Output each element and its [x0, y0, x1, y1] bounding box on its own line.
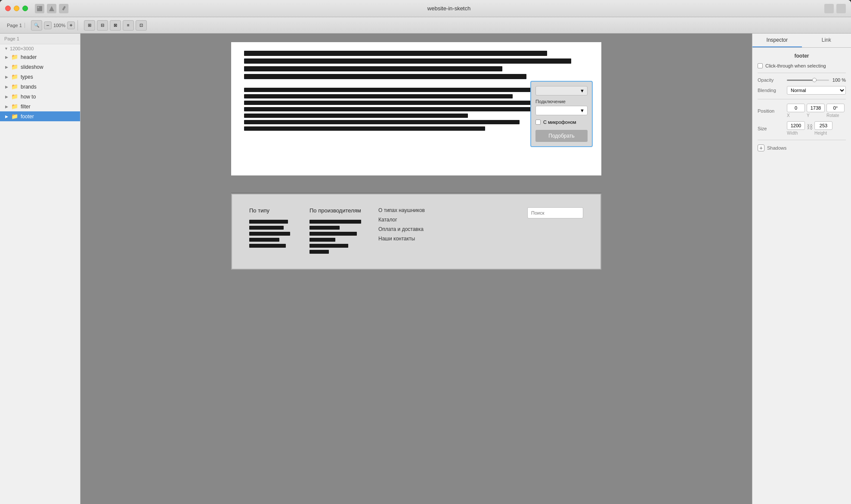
svg-rect-1	[37, 6, 39, 8]
redacted-line	[249, 226, 284, 230]
footer-link-2[interactable]: Каталог	[378, 217, 430, 223]
footer-search-input[interactable]	[527, 207, 583, 218]
add-shadow-button[interactable]: +	[758, 144, 764, 151]
window-title: website-in-sketch	[74, 5, 824, 12]
widget-top-dropdown[interactable]: ▼	[535, 86, 588, 95]
divider	[758, 140, 846, 140]
blending-row: Blending Normal	[758, 86, 846, 95]
sidebar-item-brands[interactable]: ▶ 📁 brands	[0, 82, 80, 92]
sidebar-item-types[interactable]: ▶ 📁 types	[0, 72, 80, 82]
sidebar-label-header: header	[21, 54, 37, 60]
divider	[758, 99, 846, 99]
microphone-label: С микрофоном	[543, 120, 576, 125]
sidebar-item-slideshow[interactable]: ▶ 📁 slideshow	[0, 62, 80, 72]
page-label: Page 1	[7, 23, 22, 28]
redacted-line	[244, 114, 468, 118]
slider-thumb	[812, 78, 817, 82]
app-window: website-in-sketch Page 1 🔍 − 100% + ⊞ ⊟ …	[0, 0, 851, 504]
microphone-checkbox[interactable]	[535, 120, 541, 125]
height-label: Height	[814, 131, 832, 135]
size-inputs: Width ⛓ Height	[787, 121, 832, 135]
connection-label: Подключение	[535, 99, 588, 104]
zoom-in-button[interactable]: +	[67, 22, 75, 29]
opacity-value: 100 %	[831, 77, 846, 83]
close-button[interactable]	[5, 6, 11, 11]
search-icon[interactable]: 🔍	[31, 20, 42, 31]
collapse-icon: ▶	[4, 104, 9, 109]
distribute-button[interactable]: ⊡	[136, 20, 147, 31]
sidebar-item-filter[interactable]: ▶ 📁 filter	[0, 101, 80, 111]
canvas-size-group[interactable]: ▼ 1200×3000	[0, 44, 80, 52]
blending-select[interactable]: Normal	[787, 86, 846, 95]
footer-link-3[interactable]: Оплата и доставка	[378, 226, 430, 232]
minimize-button[interactable]	[14, 6, 19, 11]
size-width-input[interactable]	[787, 121, 805, 130]
footer-col-manufacturers: По производителям	[309, 207, 361, 256]
footer-col2-title: По производителям	[309, 207, 361, 214]
canvas-content: ▼ Подключение ▼ С микрофоном По	[80, 34, 752, 504]
redacted-line	[244, 126, 485, 131]
column-view-button[interactable]: ⊟	[97, 20, 108, 31]
microphone-checkbox-row: С микрофоном	[535, 120, 588, 125]
x-label: X	[787, 113, 805, 118]
redacted-line	[309, 232, 357, 236]
inspector-toggle[interactable]	[836, 4, 846, 13]
sidebar-item-header[interactable]: ▶ 📁 header	[0, 52, 80, 62]
size-row: Size Width ⛓ Height	[758, 121, 846, 135]
sidebar-item-footer[interactable]: ▶ 📁 footer	[0, 111, 80, 121]
share-button[interactable]	[824, 4, 834, 13]
size-w-group: Width	[787, 121, 805, 135]
text-block-group-1	[244, 51, 588, 79]
size-height-input[interactable]	[814, 121, 832, 130]
divider	[758, 73, 846, 73]
footer-link-4[interactable]: Наши контакты	[378, 236, 430, 242]
folder-icon: 📁	[11, 83, 18, 90]
layers-icon	[35, 4, 44, 13]
tab-link[interactable]: Link	[802, 34, 851, 47]
position-label: Position	[758, 108, 783, 114]
collapse-icon: ▶	[4, 85, 9, 89]
pos-y-group: Y	[807, 104, 825, 118]
canvas-area[interactable]: ▼ Подключение ▼ С микрофоном По	[80, 34, 752, 504]
opacity-slider[interactable]	[787, 80, 829, 81]
grid-view-button[interactable]: ⊞	[84, 20, 95, 31]
folder-icon: 📁	[11, 54, 18, 60]
zoom-out-button[interactable]: −	[44, 22, 52, 29]
width-label: Width	[787, 131, 805, 135]
inspector-body: footer Click-through when selecting Opac…	[752, 48, 851, 157]
redacted-line	[249, 232, 290, 236]
position-y-input[interactable]	[807, 104, 825, 112]
align-button[interactable]: ≡	[123, 20, 134, 31]
collapse-icon: ▶	[4, 65, 9, 69]
canvas-top-section: ▼ Подключение ▼ С микрофоном По	[231, 42, 601, 175]
filter-button[interactable]: Подобрать	[535, 130, 588, 142]
sidebar-label-howto: how to	[21, 94, 36, 100]
shadows-label: Shadows	[767, 145, 793, 151]
sidebar-label-brands: brands	[21, 84, 37, 90]
click-through-label: Click-through when selecting	[765, 63, 826, 68]
canvas-size-label: 1200×3000	[10, 46, 34, 51]
position-x-input[interactable]	[787, 104, 805, 112]
design-canvas: ▼ Подключение ▼ С микрофоном По	[231, 42, 601, 270]
click-through-checkbox[interactable]	[758, 63, 763, 68]
redacted-line	[244, 101, 547, 105]
redacted-line	[244, 51, 547, 56]
footer-link-1[interactable]: О типах наушников	[378, 207, 430, 213]
collapse-icon: ▶	[4, 75, 9, 79]
redacted-line	[244, 94, 513, 98]
redacted-line	[244, 88, 561, 92]
folder-icon: 📁	[11, 74, 18, 80]
maximize-button[interactable]	[22, 6, 28, 11]
canvas-gap	[231, 175, 601, 193]
sidebar-item-howto[interactable]: ▶ 📁 how to	[0, 92, 80, 101]
rotate-input[interactable]	[826, 104, 845, 112]
collapse-icon: ▶	[4, 95, 9, 99]
tab-inspector[interactable]: Inspector	[752, 34, 802, 47]
row-view-button[interactable]: ⊠	[110, 20, 121, 31]
footer-col-links: О типах наушников Каталог Оплата и доста…	[378, 207, 430, 245]
footer-col1-title: По типу	[249, 207, 292, 214]
expand-icon: ▶	[4, 114, 9, 119]
opacity-label: Opacity	[758, 77, 783, 83]
widget-connection-dropdown[interactable]: ▼	[535, 106, 588, 115]
shadows-row: + Shadows	[758, 144, 846, 151]
